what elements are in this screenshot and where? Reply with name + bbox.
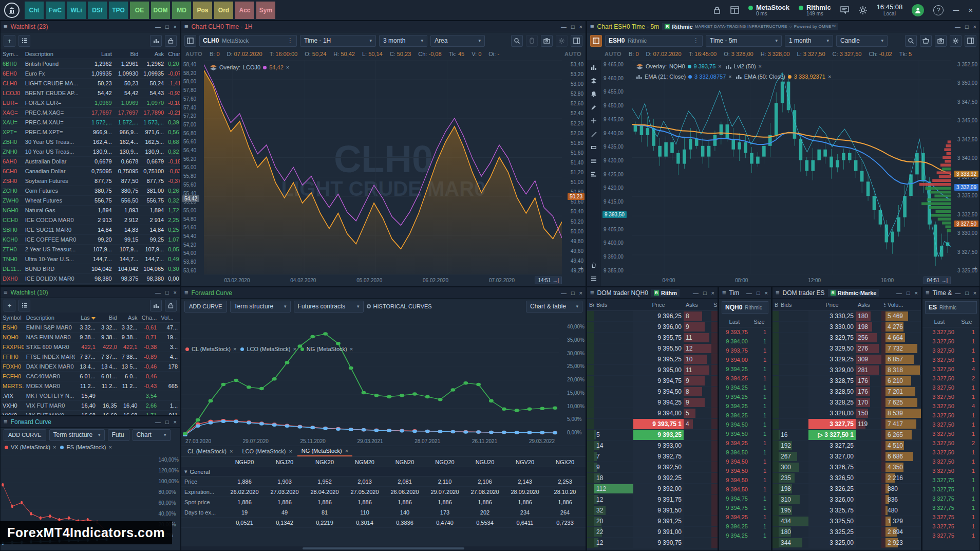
bid-cell[interactable] [779,397,808,408]
contract-column-header[interactable]: NGQ20 [425,459,465,465]
contract-column-header[interactable]: NGU20 [465,459,505,465]
contract-column-header[interactable]: NGV20 [505,459,545,465]
ask-cell[interactable] [684,505,711,516]
sell-column-cell[interactable] [881,343,885,354]
price-cell[interactable]: 3 325,25 [808,527,856,537]
ladder-row[interactable]: 9 395,2510 [587,354,718,365]
watchlist-row[interactable]: 6EH0Euro Fx1,099351,099301,09935-0,07 [1,69,180,79]
maximize-icon[interactable]: □ [907,290,910,296]
sell-column-cell[interactable] [881,311,885,321]
sell-column-cell[interactable] [881,527,885,537]
ask-cell[interactable] [856,527,881,537]
buy-column-cell[interactable] [587,311,594,321]
buy-column-cell[interactable] [587,440,594,451]
term-structure-dropdown[interactable]: Term structure▾ [49,429,105,441]
ask-cell[interactable] [856,505,881,516]
zoom-search-icon[interactable] [511,35,523,47]
bid-cell[interactable]: 300 [779,462,808,472]
symbol-selector[interactable]: ESRithmic [925,301,977,314]
close-icon[interactable]: × [973,24,976,30]
maximize-icon[interactable]: □ [165,419,169,425]
sell-column-cell[interactable] [711,419,718,429]
chart-settings-gear-icon[interactable] [556,35,568,47]
close-icon[interactable]: × [174,24,177,30]
buy-column-cell[interactable] [772,397,779,408]
ask-cell[interactable] [684,527,711,537]
ladder-row[interactable]: 9 396,009 [587,322,718,333]
sidebar-toggle-icon[interactable] [184,35,196,47]
close-tab-icon[interactable]: × [289,448,292,454]
buy-column-cell[interactable] [772,322,779,332]
chart-table-view-dropdown[interactable]: Chart & table▾ [526,301,582,313]
watchlist-row[interactable]: ESH0EMINI S&P MAR03 32...3 32...3 32...-… [1,323,180,333]
sell-column-cell[interactable] [881,397,885,408]
historical-curves-toggle[interactable]: HISTORICAL CURVES [367,303,432,309]
sell-column-cell[interactable] [881,516,885,526]
ask-cell[interactable]: 309 [856,354,881,364]
panel-menu-icon[interactable]: ≡ [184,23,189,30]
ladder-row[interactable]: 9 395,7511 [587,333,718,343]
sell-column-cell[interactable] [711,494,718,505]
price-cell[interactable]: 3 329,75 [808,333,856,343]
symbol-selector[interactable]: ESH0Rithmic⋮ [605,35,703,47]
ask-cell[interactable]: 119 [856,419,881,429]
price-cell[interactable]: 3 326,25 [808,484,856,494]
remove-series-icon[interactable]: × [109,444,112,450]
bid-cell[interactable]: 5 [594,430,633,440]
bid-cell[interactable]: 235 [779,473,808,483]
app-button-oe[interactable]: OE [130,2,149,19]
panel-menu-icon[interactable]: ≡ [722,289,726,297]
ladder-row[interactable]: 1983 326,25880 [772,484,921,494]
bid-cell[interactable] [779,365,808,375]
panel-menu-icon[interactable]: ≡ [184,289,189,297]
buy-column-cell[interactable] [587,397,594,408]
buy-column-cell[interactable] [772,430,779,440]
ladder-row[interactable]: 2353 326,502 216 [772,473,921,484]
close-icon[interactable]: × [579,24,582,30]
ladder-row[interactable]: 229 391,00 [587,527,718,538]
add-curve-button[interactable]: ADD CURVE [4,429,46,441]
buy-column-cell[interactable] [772,527,779,537]
buy-column-cell[interactable] [587,527,594,537]
ask-cell[interactable]: 9 [684,376,711,386]
remove-series-icon[interactable]: × [233,346,236,352]
maximize-icon[interactable]: □ [703,290,707,296]
watchlist-row[interactable]: CLH0LIGHT CRUDE MA...50,2350,2350,24-1,4… [1,79,180,88]
close-tab-icon[interactable]: × [345,448,348,454]
ladder-row[interactable]: 3 327,751197 417 [772,419,921,430]
ask-cell[interactable]: 150 [856,408,881,418]
ladder-row[interactable]: 16▷ 3 327,50 16 265 [772,430,921,440]
sell-column-cell[interactable] [711,516,718,526]
app-button-tpo[interactable]: TPO [109,2,128,19]
ladder-row[interactable]: 3 329,002818 318 [772,365,921,376]
price-cell[interactable]: 9 393,25 [633,430,684,440]
price-cell[interactable]: 9 394,75 [633,376,684,386]
ask-cell[interactable]: 11 [684,365,711,375]
symbol-selector[interactable]: NQH0Rithmic [722,301,768,314]
watchlist-row[interactable]: ZBH030 Year US Treas...162,4...162,4...1… [1,137,180,147]
maximize-icon[interactable]: □ [965,24,969,30]
watchlist-row[interactable]: 6AH0Australian Dollar0,66790,66780,6679-… [1,157,180,167]
close-icon[interactable]: × [174,419,177,425]
table-row[interactable]: 0,05210,13420,22190,30140,38360,47400,55… [181,518,586,528]
axis-auto-label[interactable]: AUTO [564,51,581,57]
sell-column-cell[interactable] [711,473,718,483]
minimize-icon[interactable]: — [155,289,161,296]
remove-indicator-icon[interactable]: × [828,74,831,80]
ladder-row[interactable]: 1953 325,75480 [772,505,921,516]
close-icon[interactable]: × [579,290,582,296]
ask-cell[interactable] [856,538,881,548]
bid-cell[interactable] [594,354,633,364]
sell-column-cell[interactable] [711,333,718,343]
close-icon[interactable]: × [174,289,177,296]
legend-item-es[interactable]: ES (MetaStock)× [60,444,111,450]
jump-to-now-icon[interactable]: →| [552,278,559,283]
table-row[interactable]: Spot price1,8861,8861,8861,8861,8861,886… [181,497,586,507]
ask-cell[interactable]: 281 [856,365,881,375]
connection-metastock[interactable]: MetaStock 0 ms [748,4,789,16]
watchlist-row[interactable]: NQH0NAS EMIN MAR09 38...9 38...9 38...-0… [1,333,180,342]
ladder-row[interactable]: 4343 325,501 329 [772,516,921,527]
column-settings-button[interactable] [18,300,30,311]
bid-cell[interactable] [594,343,633,354]
ask-cell[interactable] [684,430,711,440]
